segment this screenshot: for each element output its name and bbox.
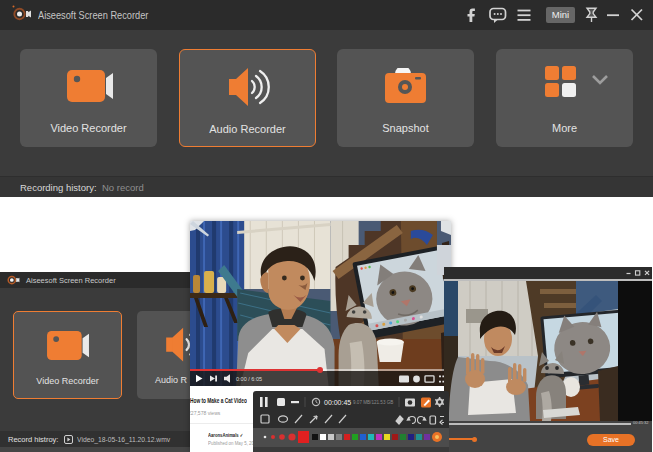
svg-text:00:00:45: 00:00:45: [324, 399, 351, 406]
svg-text:9.07 MB/121.53 GB: 9.07 MB/121.53 GB: [353, 400, 393, 405]
svg-text:0:00 / 6:05: 0:00 / 6:05: [236, 376, 262, 382]
